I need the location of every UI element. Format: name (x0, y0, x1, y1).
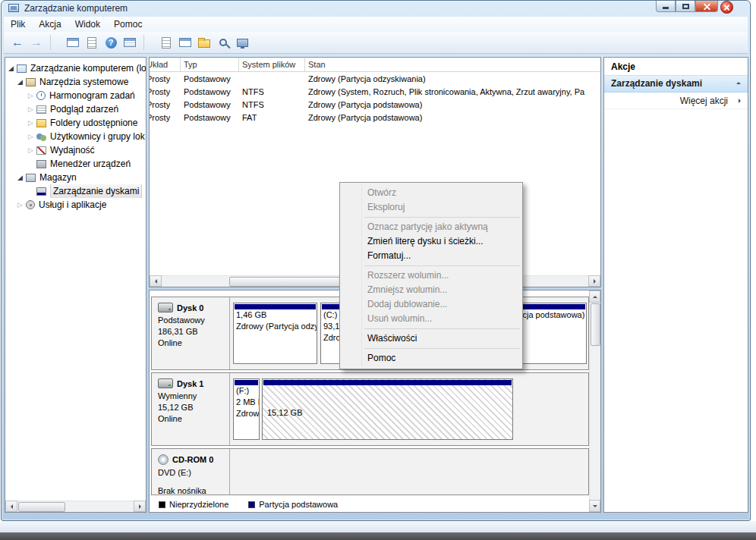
menu-separator (364, 348, 520, 349)
column-header-system-plikow[interactable]: System plików (239, 58, 305, 72)
forward-button[interactable]: → (27, 33, 46, 52)
column-header-stan[interactable]: Stan (305, 58, 601, 72)
menu-plik[interactable]: Plik (4, 17, 32, 31)
actions-more-actions[interactable]: Więcej akcji (604, 93, 748, 109)
tree-item-label: Usługi i aplikacje (39, 198, 106, 212)
cdrom-area (231, 449, 588, 494)
menu-item-wlasciwosci[interactable]: Właściwości (340, 331, 522, 346)
tree-item-performance[interactable]: ▷ Wydajność (5, 143, 146, 157)
chevron-up-icon[interactable] (736, 82, 741, 84)
close-button[interactable] (695, 1, 718, 12)
volume-row[interactable]: Prosty Podstawowy NTFS Zdrowy (System, R… (149, 85, 601, 98)
tree-item-device-manager[interactable]: Menedżer urządzeń (5, 157, 146, 171)
actions-panel: Akcje Zarządzanie dyskami Więcej akcji (603, 57, 748, 513)
up-level-button[interactable] (157, 33, 175, 52)
twisty-collapsed-icon[interactable]: ▷ (28, 143, 36, 157)
scroll-left-icon (155, 279, 157, 284)
tree-item-task-scheduler[interactable]: ▷ Harmonogram zadań (5, 89, 146, 102)
tree-item-system-tools[interactable]: ◢ Narzędzia systemowe (5, 75, 146, 89)
titlebar[interactable]: Zarządzanie komputerem (2, 1, 750, 17)
disk-status: Online (158, 338, 229, 349)
chevron-right-icon[interactable] (739, 99, 741, 103)
menu-item-zmien-litere[interactable]: Zmień literę dysku i ścieżki... (340, 234, 522, 249)
back-icon: ← (11, 35, 24, 50)
cd-rom-icon (158, 454, 169, 465)
computer-button[interactable] (233, 33, 251, 52)
tree-item-local-users-groups[interactable]: ▷ Użytkownicy i grupy lok (5, 130, 146, 143)
graph-vertical-scrollbar[interactable] (589, 290, 600, 512)
twisty-collapsed-icon[interactable]: ▷ (28, 130, 36, 143)
menu-widok[interactable]: Widok (68, 17, 107, 31)
partition-f[interactable]: (F:) 2 MB FAT Zdrowy (Partycja podstawow… (233, 378, 260, 440)
volume-row[interactable]: Prosty Podstawowy Zdrowy (Partycja odzys… (149, 72, 601, 85)
tree-item-services-applications[interactable]: ▷ Usługi i aplikacje (5, 198, 146, 212)
disk-1-header[interactable]: Dysk 1 Wymienny 15,12 GB Online (152, 373, 230, 445)
tree-item-computer-management[interactable]: ◢ Zarządzanie komputerem (loka (5, 61, 146, 75)
actions-item-label: Zarządzanie dyskami (611, 78, 702, 89)
legend-swatch-primary (248, 501, 255, 508)
legend-label: Partycja podstawowa (259, 500, 338, 509)
disk-type: DVD (E:) (158, 467, 229, 479)
tree-horizontal-scrollbar[interactable] (5, 501, 146, 512)
twisty-collapsed-icon[interactable]: ▷ (28, 116, 36, 130)
twisty-collapsed-icon[interactable]: ▷ (28, 89, 36, 102)
computer-icon (237, 39, 248, 47)
export-list-button[interactable] (83, 33, 101, 52)
partition-recovery[interactable]: 1,46 GB Zdrowy (Partycja odzyskiwania) (233, 303, 317, 364)
scroll-right-button[interactable] (588, 275, 600, 287)
column-header-typ[interactable]: Typ (181, 58, 239, 72)
twisty-expanded-icon[interactable]: ◢ (8, 61, 17, 75)
disk-status: Brak nośnika (158, 485, 229, 497)
device-manager-icon (36, 160, 46, 168)
scroll-right-button[interactable] (134, 501, 146, 512)
scrollbar-thumb[interactable] (229, 277, 343, 287)
toolbar-separator (50, 35, 59, 50)
properties-button[interactable] (176, 33, 194, 52)
menu-pomoc[interactable]: Pomoc (107, 17, 149, 31)
menu-akcja[interactable]: Akcja (32, 17, 68, 31)
tree-item-storage[interactable]: ◢ Magazyn (5, 171, 146, 184)
back-button[interactable]: ← (8, 33, 27, 52)
tree-item-label: Foldery udostępnione (50, 116, 137, 130)
cell-type: Podstawowy (181, 74, 239, 83)
menu-item-pomoc[interactable]: Pomoc (340, 351, 522, 366)
disk-type: Wymienny (158, 391, 229, 402)
volume-row[interactable]: Prosty Podstawowy NTFS Zdrowy (Partycja … (149, 98, 601, 111)
disk-status: Online (158, 413, 229, 425)
menu-item-eksploruj: Eksploruj (340, 200, 522, 215)
menu-item-formatuj[interactable]: Formatuj... (340, 249, 522, 263)
minimize-button[interactable] (656, 1, 676, 12)
tree-item-event-viewer[interactable]: ▷ Podgląd zdarzeń (5, 102, 146, 116)
actions-disk-management[interactable]: Zarządzanie dyskami (604, 76, 748, 93)
maximize-button[interactable] (676, 1, 695, 12)
scroll-up-button[interactable] (589, 290, 600, 303)
scroll-left-button[interactable] (5, 501, 17, 512)
tree-item-disk-management[interactable]: Zarządzanie dyskami (5, 184, 146, 198)
disk-0-header[interactable]: Dysk 0 Podstawowy 186,31 GB Online (152, 297, 230, 369)
console-window-button[interactable] (121, 33, 139, 52)
disk-size: 186,31 GB (158, 326, 229, 338)
menu-separator (364, 217, 520, 218)
cdrom-header[interactable]: CD-ROM 0 DVD (E:) Brak nośnika (152, 449, 230, 494)
console-tree-button[interactable] (64, 33, 82, 52)
scrollbar-thumb[interactable] (18, 502, 65, 512)
scroll-down-button[interactable] (589, 500, 600, 512)
screen-close-button[interactable] (720, 1, 733, 14)
system-tools-icon (26, 78, 36, 86)
twisty-expanded-icon[interactable]: ◢ (17, 75, 26, 89)
partition-selected-region[interactable]: 15,12 GB (262, 378, 513, 440)
scroll-right-icon (594, 279, 596, 284)
volume-row[interactable]: Prosty Podstawowy FAT Zdrowy (Partycja p… (149, 111, 601, 124)
scroll-left-button[interactable] (150, 275, 162, 287)
twisty-collapsed-icon[interactable]: ▷ (17, 198, 26, 212)
help-button[interactable]: ? (102, 33, 120, 52)
twisty-expanded-icon[interactable]: ◢ (17, 171, 26, 184)
up-level-icon (162, 37, 171, 49)
scrollbar-thumb[interactable] (591, 303, 600, 346)
search-button[interactable] (214, 33, 232, 52)
tree-item-shared-folders[interactable]: ▷ Foldery udostępnione (5, 116, 146, 130)
folder-button[interactable] (195, 33, 213, 52)
twisty-collapsed-icon[interactable]: ▷ (28, 102, 36, 116)
column-header-uklad[interactable]: Układ (149, 58, 181, 72)
shared-folders-icon (36, 119, 46, 127)
